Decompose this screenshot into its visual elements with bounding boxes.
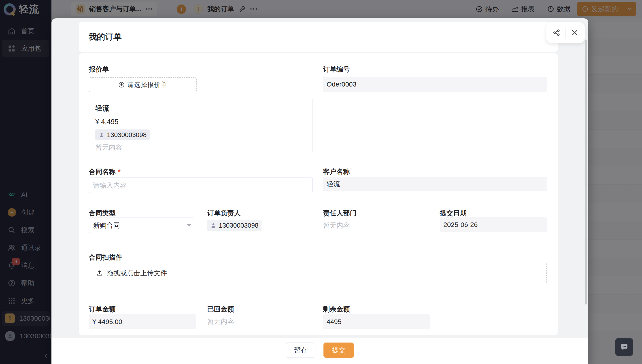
chat-widget-button[interactable]: [615, 338, 633, 356]
person-icon: [210, 222, 217, 228]
modal-title: 我的订单: [79, 31, 122, 42]
order-owner-chip: 13030003098: [207, 220, 262, 231]
order-form-modal: 我的订单 报价单 请选择报价单 轻流 ¥ 4,495 130300030: [52, 18, 588, 364]
remaining-amount-field: 4495: [323, 314, 430, 329]
select-quote-button[interactable]: 请选择报价单: [89, 77, 197, 92]
file-upload-dropzone[interactable]: 拖拽或点击上传文件: [89, 263, 547, 283]
quote-label: 报价单: [89, 65, 109, 74]
toolbar-divider: [565, 28, 566, 38]
owner-dept-label: 责任人部门: [323, 208, 357, 218]
submit-date-label: 提交日期: [440, 208, 467, 218]
chat-bubble-icon: [619, 342, 629, 352]
contract-type-select[interactable]: 新购合同: [89, 218, 195, 233]
remaining-amount-label: 剩余金额: [323, 305, 350, 314]
quote-empty-text: 暂无内容: [95, 143, 306, 152]
owner-dept-empty: 暂无内容: [323, 221, 350, 230]
modal-toolbar: [546, 22, 585, 43]
contract-type-value: 新购合同: [93, 221, 120, 230]
contract-scan-label: 合同扫描件: [89, 253, 122, 262]
modal-header: 我的订单: [79, 22, 558, 52]
modal-footer: 暂存 提交: [52, 338, 588, 364]
order-no-field: Oder0003: [323, 77, 547, 92]
contract-type-label: 合同类型: [89, 208, 116, 218]
upload-icon: [96, 270, 103, 276]
order-amount-label: 订单金额: [89, 305, 116, 314]
contract-name-label: 合同名称*: [89, 167, 121, 176]
required-asterisk: *: [118, 168, 121, 175]
customer-name-label: 客户名称: [323, 167, 350, 176]
contract-name-input[interactable]: [89, 178, 313, 193]
customer-name-field: 轻流: [323, 177, 547, 192]
form-card: 报价单 请选择报价单 轻流 ¥ 4,495 13030003098 暂无内容 订…: [79, 53, 558, 336]
quote-record-card[interactable]: 轻流 ¥ 4,495 13030003098 暂无内容: [89, 98, 313, 153]
save-draft-button[interactable]: 暂存: [286, 342, 315, 358]
select-caret-icon: [187, 224, 191, 227]
submit-date-field: 2025-06-26: [440, 217, 547, 232]
received-amount-label: 已回金额: [207, 305, 234, 314]
upload-hint: 拖拽或点击上传文件: [107, 268, 167, 278]
share-icon[interactable]: [552, 28, 560, 37]
modal-scrollbar[interactable]: [585, 40, 587, 304]
close-icon[interactable]: [571, 28, 579, 37]
quote-title: 轻流: [95, 104, 306, 113]
submit-button[interactable]: 提交: [323, 342, 354, 358]
received-amount-empty: 暂无内容: [207, 317, 234, 326]
quote-contact-chip: 13030003098: [95, 130, 150, 140]
screen: 轻流 首页 应用包 AI 创建: [0, 0, 642, 364]
person-icon: [99, 132, 105, 138]
order-owner-label: 订单负责人: [207, 208, 241, 218]
quote-amount: ¥ 4,495: [95, 118, 306, 126]
order-amount-field: ¥ 4495.00: [89, 314, 196, 329]
select-quote-label: 请选择报价单: [127, 80, 167, 90]
plus-circle-icon: [118, 82, 125, 88]
order-no-label: 订单编号: [323, 65, 350, 74]
